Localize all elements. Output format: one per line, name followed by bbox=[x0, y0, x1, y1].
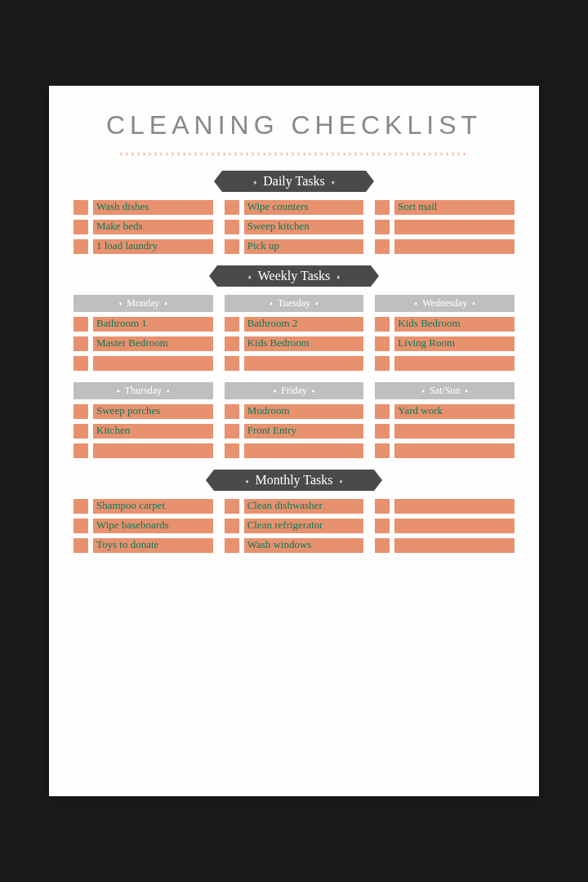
checkbox[interactable] bbox=[375, 336, 390, 351]
monthly-grid: Shampoo carpetClean dishwasherWipe baseb… bbox=[74, 499, 514, 553]
task-text: Master Bedroom bbox=[96, 336, 168, 350]
task-row bbox=[225, 356, 364, 371]
checkbox[interactable] bbox=[225, 317, 239, 332]
task-bar: Wash windows bbox=[244, 538, 364, 553]
task-bar: 1 load laundry bbox=[93, 239, 213, 254]
task-text: Sweep kitchen bbox=[247, 220, 310, 233]
checkbox[interactable] bbox=[74, 239, 88, 254]
checkbox[interactable] bbox=[375, 200, 390, 215]
task-row bbox=[375, 239, 514, 254]
checkbox[interactable] bbox=[225, 424, 239, 439]
checkbox[interactable] bbox=[225, 220, 239, 234]
day-label: Thursday bbox=[74, 382, 213, 399]
checkbox[interactable] bbox=[225, 538, 239, 553]
weekly-days-2: ThursdayFridaySat/Sun bbox=[74, 382, 514, 399]
task-text: Make beds bbox=[96, 220, 143, 233]
day-label: Monday bbox=[74, 295, 213, 312]
task-row bbox=[375, 499, 514, 514]
task-bar: Sweep kitchen bbox=[244, 220, 364, 234]
daily-grid: Wash dishesWipe countersSort mailMake be… bbox=[74, 200, 514, 254]
task-text: Living Room bbox=[398, 336, 455, 350]
task-text: Clean refrigerator bbox=[247, 519, 323, 532]
task-text: Pick up bbox=[247, 239, 279, 252]
task-row bbox=[74, 443, 213, 458]
checkbox[interactable] bbox=[375, 220, 390, 234]
checkbox[interactable] bbox=[375, 443, 390, 458]
checkbox[interactable] bbox=[375, 538, 390, 553]
task-bar: Mudroom bbox=[244, 404, 364, 419]
task-text: Toys to donate bbox=[96, 538, 158, 551]
task-bar bbox=[394, 519, 514, 533]
task-bar bbox=[394, 356, 514, 371]
task-bar bbox=[394, 538, 514, 553]
weekly-grid-1: Bathroom 1Bathroom 2Kids BedroomMaster B… bbox=[74, 317, 514, 371]
task-text: Wipe baseboards bbox=[96, 519, 169, 532]
task-text: Wash dishes bbox=[96, 200, 149, 213]
weekly-grid-2: Sweep porchesMudroomYard workKitchenFron… bbox=[74, 404, 514, 458]
checkbox[interactable] bbox=[225, 499, 239, 514]
task-text: Sweep porches bbox=[96, 404, 160, 417]
task-bar: Wipe baseboards bbox=[93, 519, 213, 533]
checkbox[interactable] bbox=[74, 220, 88, 234]
checkbox[interactable] bbox=[375, 519, 390, 533]
checkbox[interactable] bbox=[225, 443, 239, 458]
checkbox[interactable] bbox=[74, 336, 88, 351]
checkbox[interactable] bbox=[225, 356, 239, 371]
daily-heading-ribbon: Daily Tasks bbox=[74, 171, 514, 192]
task-bar bbox=[93, 443, 213, 458]
checkbox[interactable] bbox=[225, 336, 239, 351]
task-row bbox=[375, 443, 514, 458]
task-row: Kids Bedroom bbox=[225, 336, 364, 351]
task-bar bbox=[394, 220, 514, 234]
checkbox[interactable] bbox=[375, 239, 390, 254]
section-heading-weekly: Weekly Tasks bbox=[242, 269, 347, 283]
task-text: Mudroom bbox=[247, 404, 290, 417]
checkbox[interactable] bbox=[74, 499, 88, 514]
checkbox[interactable] bbox=[74, 317, 88, 332]
checkbox[interactable] bbox=[74, 443, 88, 458]
checklist-page: CLEANING CHECKLIST ›››››››››››››››››››››… bbox=[49, 86, 539, 796]
checkbox[interactable] bbox=[74, 404, 88, 419]
task-row: Pick up bbox=[225, 239, 364, 254]
task-row: Sweep kitchen bbox=[225, 220, 364, 234]
task-bar: Clean refrigerator bbox=[244, 519, 364, 533]
task-bar bbox=[244, 443, 364, 458]
task-text: 1 load laundry bbox=[96, 239, 158, 252]
checkbox[interactable] bbox=[225, 519, 239, 533]
task-bar: Kids Bedroom bbox=[244, 336, 364, 351]
checkbox[interactable] bbox=[74, 538, 88, 553]
task-bar bbox=[394, 499, 514, 514]
task-row: Sort mail bbox=[375, 200, 514, 215]
task-row: Sweep porches bbox=[74, 404, 213, 419]
task-row: Kitchen bbox=[74, 424, 213, 439]
task-text: Front Entry bbox=[247, 424, 296, 437]
task-row bbox=[74, 356, 213, 371]
day-label: Sat/Sun bbox=[375, 382, 514, 399]
checkbox[interactable] bbox=[225, 239, 239, 254]
task-bar: Make beds bbox=[93, 220, 213, 234]
task-row: Make beds bbox=[74, 220, 213, 234]
checkbox[interactable] bbox=[74, 519, 88, 533]
task-row bbox=[225, 443, 364, 458]
task-bar: Wash dishes bbox=[93, 200, 213, 215]
chevron-divider: ››››››››››››››››››››››››››››››››››››››››… bbox=[74, 147, 514, 159]
checkbox[interactable] bbox=[375, 317, 390, 332]
task-row: Wash dishes bbox=[74, 200, 213, 215]
task-row bbox=[375, 519, 514, 533]
checkbox[interactable] bbox=[375, 499, 390, 514]
task-row: Front Entry bbox=[225, 424, 364, 439]
checkbox[interactable] bbox=[74, 200, 88, 215]
checkbox[interactable] bbox=[225, 200, 239, 215]
task-row: Mudroom bbox=[225, 404, 364, 419]
checkbox[interactable] bbox=[375, 424, 390, 439]
checkbox[interactable] bbox=[375, 404, 390, 419]
checkbox[interactable] bbox=[74, 356, 88, 371]
task-row: Shampoo carpet bbox=[74, 499, 213, 514]
task-bar: Bathroom 1 bbox=[93, 317, 213, 332]
task-bar: Clean dishwasher bbox=[244, 499, 364, 514]
checkbox[interactable] bbox=[74, 424, 88, 439]
checkbox[interactable] bbox=[375, 356, 390, 371]
task-bar: Kids Bedroom bbox=[394, 317, 514, 332]
checkbox[interactable] bbox=[225, 404, 239, 419]
task-row: Wipe baseboards bbox=[74, 519, 213, 533]
